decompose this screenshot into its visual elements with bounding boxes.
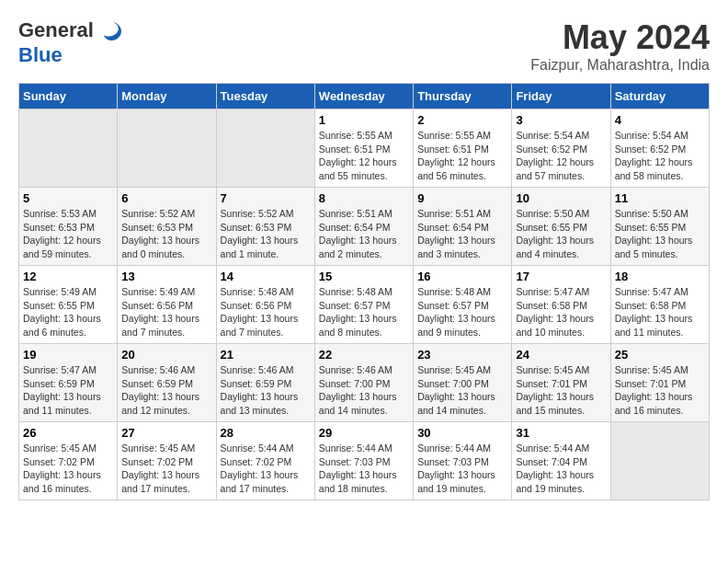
day-number: 24 (516, 348, 606, 362)
day-number: 16 (417, 270, 507, 283)
day-info: Sunrise: 5:45 AM Sunset: 7:01 PM Dayligh… (615, 363, 705, 418)
day-number: 12 (23, 270, 113, 283)
day-info: Sunrise: 5:47 AM Sunset: 6:58 PM Dayligh… (615, 285, 705, 339)
day-info: Sunrise: 5:46 AM Sunset: 6:59 PM Dayligh… (121, 363, 211, 418)
calendar-cell: 12Sunrise: 5:49 AM Sunset: 6:55 PM Dayli… (19, 266, 118, 344)
day-number: 10 (516, 191, 606, 205)
day-number: 25 (615, 348, 705, 362)
day-number: 30 (417, 426, 507, 440)
calendar-cell: 22Sunrise: 5:46 AM Sunset: 7:00 PM Dayli… (314, 344, 413, 422)
calendar-cell: 6Sunrise: 5:52 AM Sunset: 6:53 PM Daylig… (118, 188, 216, 266)
day-info: Sunrise: 5:53 AM Sunset: 6:53 PM Dayligh… (23, 207, 113, 261)
calendar-cell: 31Sunrise: 5:44 AM Sunset: 7:04 PM Dayli… (512, 422, 610, 500)
day-info: Sunrise: 5:45 AM Sunset: 7:01 PM Dayligh… (516, 363, 606, 418)
calendar-cell (118, 109, 216, 188)
calendar-cell: 17Sunrise: 5:47 AM Sunset: 6:58 PM Dayli… (512, 266, 610, 344)
calendar-cell: 9Sunrise: 5:51 AM Sunset: 6:54 PM Daylig… (414, 188, 512, 266)
col-header-sunday: Sunday (19, 84, 118, 109)
day-number: 14 (221, 270, 311, 283)
calendar-cell: 19Sunrise: 5:47 AM Sunset: 6:59 PM Dayli… (19, 344, 118, 422)
day-info: Sunrise: 5:44 AM Sunset: 7:03 PM Dayligh… (319, 442, 409, 496)
col-header-tuesday: Tuesday (216, 84, 314, 109)
day-number: 18 (615, 270, 705, 283)
day-info: Sunrise: 5:46 AM Sunset: 7:00 PM Dayligh… (319, 363, 409, 418)
calendar-cell: 11Sunrise: 5:50 AM Sunset: 6:55 PM Dayli… (610, 188, 709, 266)
calendar-cell: 23Sunrise: 5:45 AM Sunset: 7:00 PM Dayli… (414, 344, 512, 422)
day-number: 21 (221, 348, 311, 362)
col-header-saturday: Saturday (610, 84, 709, 109)
calendar-cell: 16Sunrise: 5:48 AM Sunset: 6:57 PM Dayli… (414, 266, 512, 344)
day-number: 11 (615, 191, 705, 205)
week-row-1: 1Sunrise: 5:55 AM Sunset: 6:51 PM Daylig… (19, 109, 710, 188)
calendar-cell: 26Sunrise: 5:45 AM Sunset: 7:02 PM Dayli… (19, 422, 118, 500)
day-info: Sunrise: 5:45 AM Sunset: 7:00 PM Dayligh… (417, 363, 507, 418)
day-number: 28 (221, 426, 311, 440)
day-number: 23 (417, 348, 507, 362)
day-info: Sunrise: 5:44 AM Sunset: 7:04 PM Dayligh… (516, 442, 606, 496)
day-info: Sunrise: 5:50 AM Sunset: 6:55 PM Dayligh… (516, 207, 606, 261)
day-number: 15 (319, 270, 409, 283)
calendar-cell: 30Sunrise: 5:44 AM Sunset: 7:03 PM Dayli… (414, 422, 512, 500)
calendar-cell: 24Sunrise: 5:45 AM Sunset: 7:01 PM Dayli… (512, 344, 610, 422)
week-row-2: 5Sunrise: 5:53 AM Sunset: 6:53 PM Daylig… (19, 188, 710, 266)
main-title: May 2024 (530, 18, 710, 57)
day-info: Sunrise: 5:45 AM Sunset: 7:02 PM Dayligh… (23, 442, 113, 496)
day-info: Sunrise: 5:48 AM Sunset: 6:57 PM Dayligh… (417, 285, 507, 339)
calendar-cell: 15Sunrise: 5:48 AM Sunset: 6:57 PM Dayli… (314, 266, 413, 344)
col-header-thursday: Thursday (414, 84, 512, 109)
calendar-cell: 1Sunrise: 5:55 AM Sunset: 6:51 PM Daylig… (314, 109, 413, 188)
day-number: 19 (23, 348, 113, 362)
day-info: Sunrise: 5:52 AM Sunset: 6:53 PM Dayligh… (121, 207, 211, 261)
page-header: General Blue May 2024 Faizpur, Maharasht… (18, 18, 710, 74)
day-info: Sunrise: 5:45 AM Sunset: 7:02 PM Dayligh… (121, 442, 211, 496)
day-number: 17 (516, 270, 606, 283)
calendar-cell: 28Sunrise: 5:44 AM Sunset: 7:02 PM Dayli… (216, 422, 314, 500)
day-info: Sunrise: 5:50 AM Sunset: 6:55 PM Dayligh… (615, 207, 705, 261)
calendar-cell: 18Sunrise: 5:47 AM Sunset: 6:58 PM Dayli… (610, 266, 709, 344)
day-number: 4 (615, 113, 705, 127)
header-row: SundayMondayTuesdayWednesdayThursdayFrid… (19, 84, 710, 109)
day-info: Sunrise: 5:52 AM Sunset: 6:53 PM Dayligh… (221, 207, 311, 261)
col-header-monday: Monday (118, 84, 216, 109)
day-number: 29 (319, 426, 409, 440)
day-number: 2 (417, 113, 507, 127)
title-block: May 2024 Faizpur, Maharashtra, India (530, 18, 710, 74)
calendar-cell: 7Sunrise: 5:52 AM Sunset: 6:53 PM Daylig… (216, 188, 314, 266)
col-header-friday: Friday (512, 84, 610, 109)
day-info: Sunrise: 5:47 AM Sunset: 6:59 PM Dayligh… (23, 363, 113, 418)
day-info: Sunrise: 5:55 AM Sunset: 6:51 PM Dayligh… (319, 129, 409, 183)
logo-icon (99, 18, 125, 44)
calendar-cell (216, 109, 314, 188)
day-info: Sunrise: 5:44 AM Sunset: 7:02 PM Dayligh… (221, 442, 311, 496)
day-info: Sunrise: 5:48 AM Sunset: 6:56 PM Dayligh… (221, 285, 311, 339)
calendar-cell: 4Sunrise: 5:54 AM Sunset: 6:52 PM Daylig… (610, 109, 709, 188)
day-number: 9 (417, 191, 507, 205)
day-info: Sunrise: 5:55 AM Sunset: 6:51 PM Dayligh… (417, 129, 507, 183)
week-row-3: 12Sunrise: 5:49 AM Sunset: 6:55 PM Dayli… (19, 266, 710, 344)
calendar-cell: 27Sunrise: 5:45 AM Sunset: 7:02 PM Dayli… (118, 422, 216, 500)
calendar-cell: 14Sunrise: 5:48 AM Sunset: 6:56 PM Dayli… (216, 266, 314, 344)
day-number: 7 (221, 191, 311, 205)
subtitle: Faizpur, Maharashtra, India (530, 57, 710, 74)
calendar-cell: 29Sunrise: 5:44 AM Sunset: 7:03 PM Dayli… (314, 422, 413, 500)
day-info: Sunrise: 5:49 AM Sunset: 6:56 PM Dayligh… (121, 285, 211, 339)
calendar-cell: 5Sunrise: 5:53 AM Sunset: 6:53 PM Daylig… (19, 188, 118, 266)
calendar-cell: 10Sunrise: 5:50 AM Sunset: 6:55 PM Dayli… (512, 188, 610, 266)
day-number: 1 (319, 113, 409, 127)
day-number: 6 (121, 191, 211, 205)
calendar-cell (610, 422, 709, 500)
calendar-cell: 21Sunrise: 5:46 AM Sunset: 6:59 PM Dayli… (216, 344, 314, 422)
col-header-wednesday: Wednesday (314, 84, 413, 109)
day-info: Sunrise: 5:54 AM Sunset: 6:52 PM Dayligh… (516, 129, 606, 183)
day-info: Sunrise: 5:49 AM Sunset: 6:55 PM Dayligh… (23, 285, 113, 339)
calendar-cell: 13Sunrise: 5:49 AM Sunset: 6:56 PM Dayli… (118, 266, 216, 344)
logo: General Blue (18, 18, 125, 66)
day-number: 8 (319, 191, 409, 205)
day-number: 26 (23, 426, 113, 440)
calendar-table: SundayMondayTuesdayWednesdayThursdayFrid… (18, 83, 710, 500)
calendar-cell: 2Sunrise: 5:55 AM Sunset: 6:51 PM Daylig… (414, 109, 512, 188)
day-info: Sunrise: 5:47 AM Sunset: 6:58 PM Dayligh… (516, 285, 606, 339)
day-number: 27 (121, 426, 211, 440)
calendar-cell: 25Sunrise: 5:45 AM Sunset: 7:01 PM Dayli… (610, 344, 709, 422)
calendar-cell: 8Sunrise: 5:51 AM Sunset: 6:54 PM Daylig… (314, 188, 413, 266)
